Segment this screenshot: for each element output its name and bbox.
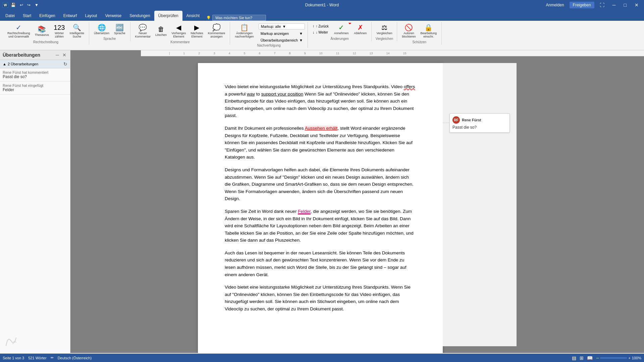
comment-header: RF Rene Fürst (452, 116, 507, 124)
tab-ansicht[interactable]: Ansicht (182, 11, 204, 21)
p1-text2: a powerful (225, 92, 247, 97)
sidebar-refresh-btn[interactable]: ↻ (63, 61, 67, 67)
window-title: Dokument1 - Word (305, 3, 339, 7)
tab-layout[interactable]: Layout (81, 11, 101, 21)
zoom-in-btn[interactable]: + (628, 356, 630, 360)
revision-author-1: Rene Fürst hat kommentiert (3, 70, 67, 74)
thesaurus-btn[interactable]: 📚 Thesaurus (33, 24, 51, 38)
naechstes-element-btn[interactable]: ▶ NächstesElement (189, 23, 205, 40)
title-bar-right: Anmelden Freigeben ⛶ ─ □ ✕ (543, 2, 641, 8)
ablehnen-btn[interactable]: ✗ Ablehnen (352, 23, 369, 36)
weiter-btn[interactable]: ↓ ↓ Weiter (311, 29, 331, 35)
schuetzen-buttons: 🚫 Autorenblockieren 🔒 Bearbeitungeinschr… (400, 23, 439, 40)
p2-text2: , stellt Word einander ergänzende Design… (225, 126, 413, 160)
login-area: Anmelden Freigeben (543, 2, 594, 8)
comment-text-content: Passt die so? (452, 125, 507, 130)
ribbon-group-kommentare: 💬 NeuerKommentar 🗑 Löschen ◀ VorherigesE… (130, 22, 230, 45)
vergleichen-btn[interactable]: ⚖ Vergleichen (374, 23, 394, 36)
vergleichen-buttons: ⚖ Vergleichen (374, 23, 394, 36)
maximize-btn[interactable]: □ (621, 2, 629, 8)
annehmen-btn[interactable]: ✓ Annehmen (332, 23, 351, 36)
web-view-btn[interactable]: ⊞ (579, 355, 585, 361)
ribbon-group-schuetzen: 🚫 Autorenblockieren 🔒 Bearbeitungeinschr… (397, 22, 442, 45)
paragraph-2: Damit Ihr Dokument ein professionelles A… (225, 125, 416, 161)
tab-verweise[interactable]: Verweise (101, 11, 125, 21)
rechtschreibung-btn[interactable]: ✓ Rechtschreibungund Grammatik (5, 23, 32, 40)
ribbon-group-rechtschreibung: ✓ Rechtschreibungund Grammatik 📚 Thesaur… (3, 22, 89, 45)
zoom-level: 100% (632, 356, 641, 360)
status-right: ▤ ⊞ 📖 ─ + 100% (571, 355, 641, 361)
aenderungen-buttons: ↑ ↑ Zurück ↓ ↓ Weiter ✓ Annehmen ✗ Ableh… (311, 23, 369, 36)
woerter-zaehlen-btn[interactable]: 123 Wörterzählen (52, 23, 67, 40)
save-quick-btn[interactable]: 💾 (9, 2, 17, 8)
kommentare-label: Kommentare (170, 40, 190, 44)
p1-text1: Video bietet eine leistungsstarke Möglic… (225, 84, 404, 89)
comment-author-name: Rene Fürst (462, 118, 481, 122)
paragraph-4: Sparen Sie Zeit in Word dank neuer Felde… (225, 208, 416, 244)
ribbon-group-aenderungen: ↑ ↑ Zurück ↓ ↓ Weiter ✓ Annehmen ✗ Ableh… (308, 22, 372, 41)
collapse-icon[interactable]: ▲ (3, 62, 6, 66)
tab-start[interactable]: Start (19, 11, 35, 21)
sidebar-header: Überarbeitungen ─ ✕ (0, 50, 70, 60)
sidebar: Überarbeitungen ─ ✕ ▲ 2 Überarbeitungen … (0, 50, 70, 353)
sidebar-count-bar: ▲ 2 Überarbeitungen ↻ (0, 60, 70, 68)
minimize-btn[interactable]: ─ (610, 2, 619, 8)
tab-sendungen[interactable]: Sendungen (125, 11, 154, 21)
kommentare-buttons: 💬 NeuerKommentar 🗑 Löschen ◀ VorherigesE… (133, 23, 227, 40)
zoom-out-btn[interactable]: ─ (596, 356, 599, 360)
print-view-btn[interactable]: ▤ (571, 355, 577, 361)
kommentare-anzeigen-btn[interactable]: 💭 Kommentareanzeigen (206, 23, 227, 40)
undo-quick-btn[interactable]: ↩ (18, 2, 24, 8)
autoren-blockieren-btn[interactable]: 🚫 Autorenblockieren (400, 23, 418, 40)
uebersetzen-btn[interactable]: 🌐 Übersetzen (92, 23, 111, 36)
neuer-kommentar-btn[interactable]: 💬 NeuerKommentar (133, 23, 153, 40)
revision-item-1[interactable]: Rene Fürst hat kommentiert Passt die so? (0, 68, 70, 81)
doc-area[interactable]: | 1 2 3 4 5 6 7 8 9 10 11 12 13 14 15 (70, 50, 644, 353)
tab-einfuegen[interactable]: Einfügen (35, 11, 59, 21)
p4-felder: Felder (298, 209, 311, 215)
bearbeitung-einschr-btn[interactable]: 🔒 Bearbeitungeinschr. (418, 23, 439, 40)
markup-dropdown[interactable]: Markup: alle ▼ (259, 23, 305, 29)
aenderungen-nachverfolgen-btn[interactable]: 📋 Änderungennachverfolgen (233, 23, 256, 40)
revision-content-2: Felder (3, 87, 67, 92)
freigeben-button[interactable]: Freigeben (570, 2, 594, 8)
intelligente-suche-btn[interactable]: 🔍 IntelligenteSuche (67, 23, 86, 40)
aenderungen-label: Änderungen (330, 36, 349, 41)
p2-text1: Damit Ihr Dokument ein professionelles (225, 126, 305, 131)
tab-datei[interactable]: Datei (1, 11, 19, 21)
document-page[interactable]: Video bietet eine leistungsstarke Möglic… (198, 63, 443, 353)
zoom-slider[interactable] (600, 357, 627, 359)
page-indicator: Seite 1 von 3 (3, 356, 24, 360)
revision-item-2[interactable]: Rene Fürst hat eingefügt Felder (0, 81, 70, 95)
zurueck-btn[interactable]: ↑ ↑ Zurück (311, 23, 331, 29)
status-bar: Seite 1 von 3 521 Wörter ✏ Deutsch (Öste… (0, 354, 644, 362)
word-app-icon: W (3, 2, 8, 8)
comment-area: RF Rene Fürst Passt die so? (443, 63, 517, 346)
close-btn[interactable]: ✕ (632, 2, 641, 8)
markup-anzeigen-item[interactable]: Markup anzeigen ▼ (259, 31, 305, 36)
p1-text3: to (255, 92, 261, 97)
ribbon-toggle-btn[interactable]: ⛶ (597, 2, 607, 8)
sprache-buttons: 🌐 Übersetzen 🔤 Sprache (92, 23, 127, 36)
ruler: | 1 2 3 4 5 6 7 8 9 10 11 12 13 14 15 (141, 50, 644, 56)
more-quick-btn[interactable]: ▼ (33, 2, 40, 8)
sprache-btn[interactable]: 🔤 Sprache (112, 23, 127, 36)
language-indicator: Deutsch (Österreich) (58, 356, 92, 360)
sidebar-close-btn[interactable]: ✕ (61, 52, 67, 58)
vorheriges-element-btn[interactable]: ◀ VorherigesElement (169, 23, 188, 40)
p1-offers: offers (404, 84, 415, 89)
tell-me-input[interactable]: Was möchten Sie tun? (212, 15, 266, 21)
sidebar-minimize-btn[interactable]: ─ (55, 52, 60, 58)
loeschen-btn[interactable]: 🗑 Löschen (153, 24, 169, 38)
nachverfolgung-label: Nachverfolgung (257, 43, 281, 47)
redo-quick-btn[interactable]: ↪ (26, 2, 32, 8)
rechtschreibung-label: Rechtschreibung (33, 40, 58, 44)
title-bar-left: W 💾 ↩ ↪ ▼ (3, 2, 40, 8)
ueberarbeitungsbereich-item[interactable]: Überarbeitungsbereich ▼ (259, 38, 305, 43)
comment-box[interactable]: RF Rene Fürst Passt die so? (449, 113, 510, 133)
tab-ueberpruefen[interactable]: Überprüfen (154, 11, 182, 21)
ribbon-group-nachverfolgung: 📋 Änderungennachverfolgen Markup: alle ▼… (230, 22, 308, 48)
tab-entwurf[interactable]: Entwurf (59, 11, 81, 21)
anmelden-button[interactable]: Anmelden (543, 2, 567, 8)
read-view-btn[interactable]: 📖 (586, 355, 594, 361)
